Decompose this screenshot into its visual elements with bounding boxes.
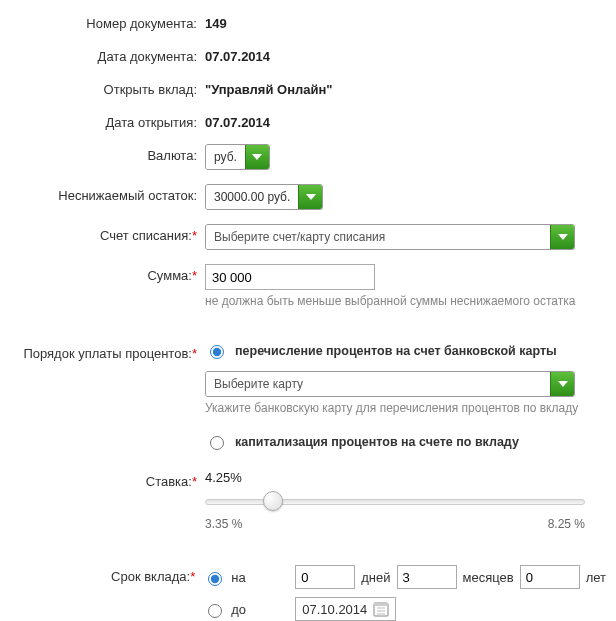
term-days-label: дней	[361, 570, 390, 585]
debit-account-placeholder: Выберите счет/карту списания	[206, 225, 550, 249]
term-radio-duration-label: на	[231, 570, 253, 585]
term-years-input[interactable]	[520, 565, 580, 589]
svg-rect-1	[374, 603, 388, 606]
required-star: *	[192, 228, 197, 243]
currency-select[interactable]: руб.	[205, 144, 270, 170]
dropdown-arrow-icon	[245, 145, 269, 169]
doc-date-label: Дата документа:	[10, 45, 205, 64]
term-radio-duration[interactable]	[208, 572, 222, 586]
calendar-icon[interactable]	[373, 601, 389, 617]
interest-radio-card-label: перечисление процентов на счет банковско…	[235, 344, 557, 358]
amount-hint: не должна быть меньше выбранной суммы не…	[205, 294, 606, 308]
rate-value: 4.25%	[205, 470, 606, 485]
interest-radio-capitalize-label: капитализация процентов на счете по вкла…	[235, 435, 519, 449]
interest-radio-card[interactable]	[210, 345, 224, 359]
term-label: Срок вклада:*	[10, 565, 203, 584]
rate-label: Ставка:*	[10, 470, 205, 489]
dropdown-arrow-icon	[550, 225, 574, 249]
rate-max: 8.25 %	[548, 517, 585, 531]
required-star: *	[192, 346, 197, 361]
required-star: *	[190, 569, 195, 584]
interest-card-placeholder: Выберите карту	[206, 372, 550, 396]
dropdown-arrow-icon	[298, 185, 322, 209]
min-balance-select-value: 30000.00 руб.	[206, 185, 298, 209]
term-until-date-field[interactable]: 07.10.2014	[295, 597, 396, 621]
min-balance-label: Неснижаемый остаток:	[10, 184, 205, 203]
slider-track	[205, 499, 585, 505]
interest-card-hint: Укажите банковскую карту для перечислени…	[205, 401, 606, 415]
interest-order-label: Порядок уплаты процентов:*	[10, 342, 205, 361]
interest-radio-capitalize[interactable]	[210, 436, 224, 450]
doc-number-label: Номер документа:	[10, 12, 205, 31]
term-days-input[interactable]	[295, 565, 355, 589]
term-until-date-value: 07.10.2014	[302, 602, 367, 617]
debit-account-label: Счет списания:*	[10, 224, 205, 243]
doc-date-value: 07.07.2014	[205, 45, 606, 64]
amount-label: Сумма:*	[10, 264, 205, 283]
debit-account-select[interactable]: Выберите счет/карту списания	[205, 224, 575, 250]
term-months-input[interactable]	[397, 565, 457, 589]
amount-input[interactable]	[205, 264, 375, 290]
open-deposit-value: "Управляй Онлайн"	[205, 78, 606, 97]
rate-slider[interactable]	[205, 491, 585, 511]
min-balance-select[interactable]: 30000.00 руб.	[205, 184, 323, 210]
interest-card-select[interactable]: Выберите карту	[205, 371, 575, 397]
term-years-label: лет	[586, 570, 606, 585]
currency-label: Валюта:	[10, 144, 205, 163]
term-radio-until[interactable]	[208, 604, 222, 618]
dropdown-arrow-icon	[550, 372, 574, 396]
required-star: *	[192, 474, 197, 489]
open-deposit-label: Открыть вклад:	[10, 78, 205, 97]
rate-min: 3.35 %	[205, 517, 242, 531]
doc-number-value: 149	[205, 12, 606, 31]
open-date-value: 07.07.2014	[205, 111, 606, 130]
required-star: *	[192, 268, 197, 283]
slider-thumb[interactable]	[263, 491, 283, 511]
term-radio-until-label: до	[231, 602, 253, 617]
currency-select-value: руб.	[206, 145, 245, 169]
open-date-label: Дата открытия:	[10, 111, 205, 130]
term-months-label: месяцев	[463, 570, 514, 585]
